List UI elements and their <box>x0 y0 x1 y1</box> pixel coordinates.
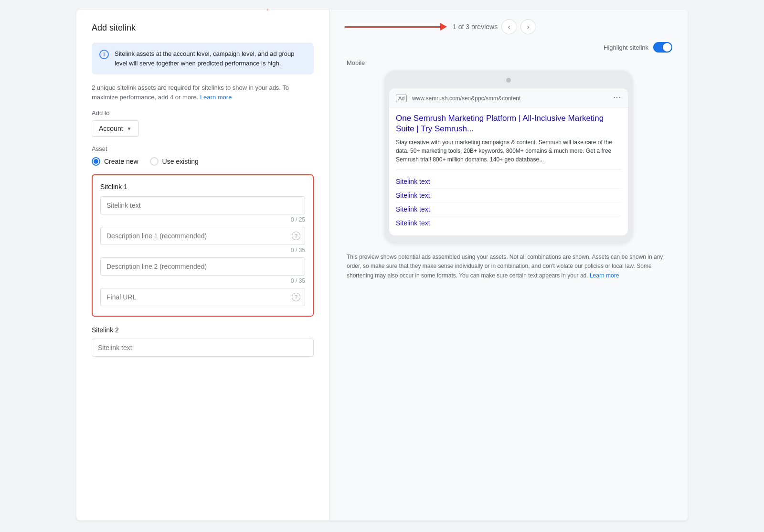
desc-line-2-wrapper <box>100 257 305 276</box>
ad-url: www.semrush.com/seo&ppc/smm&content <box>412 95 520 102</box>
ad-badge: Ad <box>396 95 407 102</box>
desc-line-2-count: 0 / 35 <box>100 277 305 284</box>
sitelink-preview-item[interactable]: Sitelink text <box>396 189 621 202</box>
sitelink-preview-item[interactable]: Sitelink text <box>396 216 621 230</box>
arrow-head <box>440 23 447 31</box>
sitelink-2-section: Sitelink 2 <box>92 326 314 357</box>
sitelink-text-input[interactable] <box>100 196 305 214</box>
sitelink-preview-item[interactable]: Sitelink text <box>396 202 621 216</box>
asset-radio-group: Create new Use existing <box>92 157 314 166</box>
phone-screen: Ad www.semrush.com/seo&ppc/smm&content ⋮… <box>389 88 628 235</box>
preview-notice: This preview shows potential ads assembl… <box>345 253 672 280</box>
phone-mockup: Ad www.semrush.com/seo&ppc/smm&content ⋮… <box>384 70 633 243</box>
account-dropdown-label: Account <box>99 125 123 132</box>
right-panel: 1 of 3 previews ‹ › Highlight sitelink M… <box>329 10 688 521</box>
use-existing-radio[interactable]: Use existing <box>150 157 199 166</box>
sitelinks-preview: Sitelink textSitelink textSitelink textS… <box>396 170 621 230</box>
create-new-radio[interactable]: Create new <box>92 157 138 166</box>
ad-description: Stay creative with your marketing campai… <box>396 138 621 164</box>
account-dropdown[interactable]: Account ▼ <box>92 120 139 137</box>
desc-line-1-input[interactable] <box>100 227 305 245</box>
panel-title: Add sitelink <box>92 23 314 33</box>
desc-line-2-input[interactable] <box>100 257 305 276</box>
desc-line-1-help-icon[interactable]: ? <box>292 232 300 240</box>
notice-text: 2 unique sitelink assets are required fo… <box>92 83 314 102</box>
highlight-row: Highlight sitelink <box>345 42 672 53</box>
chevron-down-icon: ▼ <box>127 126 132 131</box>
main-container: Add sitelink i Sitelink assets at the ac… <box>76 10 688 521</box>
arrow-annotation: 1 of 3 previews ‹ › <box>345 19 536 34</box>
desc-line-1-wrapper: ? <box>100 227 305 245</box>
final-url-input[interactable] <box>100 288 305 306</box>
sitelink-2-title: Sitelink 2 <box>92 326 314 334</box>
ad-headline[interactable]: One Semrush Marketing Platform | All-Inc… <box>396 113 621 134</box>
menu-dots-icon[interactable]: ⋮ <box>613 94 622 102</box>
sitelink-text-count: 0 / 25 <box>100 216 305 223</box>
highlight-label: Highlight sitelink <box>604 44 648 51</box>
sitelink-2-text-wrapper <box>92 339 314 357</box>
sitelink-preview-item[interactable]: Sitelink text <box>396 175 621 189</box>
desc-line-1-count: 0 / 35 <box>100 247 305 254</box>
radio-inner-create <box>94 159 98 164</box>
info-icon: i <box>99 50 109 59</box>
prev-preview-button[interactable]: ‹ <box>501 19 517 34</box>
ad-content: One Semrush Marketing Platform | All-Inc… <box>389 107 628 235</box>
info-box-text: Sitelink assets at the account level, ca… <box>115 49 306 68</box>
sitelink-2-text-input[interactable] <box>92 339 314 357</box>
sitelink-1-box: Sitelink 1 0 / 25 ? 0 / 35 0 / 35 ? <box>92 174 314 317</box>
annotation-container: Ad www.semrush.com/seo&ppc/smm&content ⋮… <box>345 70 672 243</box>
preview-counter: 1 of 3 previews <box>453 23 498 31</box>
create-new-label: Create new <box>104 158 138 165</box>
phone-camera <box>506 78 511 83</box>
final-url-help-icon[interactable]: ? <box>292 293 300 301</box>
highlight-toggle[interactable] <box>653 42 672 53</box>
preview-header: 1 of 3 previews ‹ › <box>345 19 672 34</box>
sitelink-text-wrapper <box>100 196 305 214</box>
add-to-label: Add to <box>92 109 314 117</box>
ad-url-row: Ad www.semrush.com/seo&ppc/smm&content <box>396 94 520 102</box>
use-existing-label: Use existing <box>162 158 199 165</box>
next-preview-button[interactable]: › <box>520 19 536 34</box>
ad-bar: Ad www.semrush.com/seo&ppc/smm&content ⋮ <box>389 88 628 107</box>
mobile-label: Mobile <box>345 59 672 66</box>
final-url-wrapper: ? <box>100 288 305 306</box>
preview-learn-more[interactable]: Learn more <box>590 272 619 279</box>
asset-label: Asset <box>92 145 314 152</box>
toggle-knob <box>663 43 671 52</box>
arrow-line <box>345 26 440 28</box>
left-panel: Add sitelink i Sitelink assets at the ac… <box>76 10 329 521</box>
sitelink-1-title: Sitelink 1 <box>100 183 305 191</box>
preview-nav: 1 of 3 previews ‹ › <box>453 19 536 34</box>
radio-outer-existing <box>150 157 159 166</box>
red-right-arrow <box>345 23 447 31</box>
notice-learn-more[interactable]: Learn more <box>200 94 232 101</box>
radio-outer-create <box>92 157 100 166</box>
info-box: i Sitelink assets at the account level, … <box>92 43 314 74</box>
